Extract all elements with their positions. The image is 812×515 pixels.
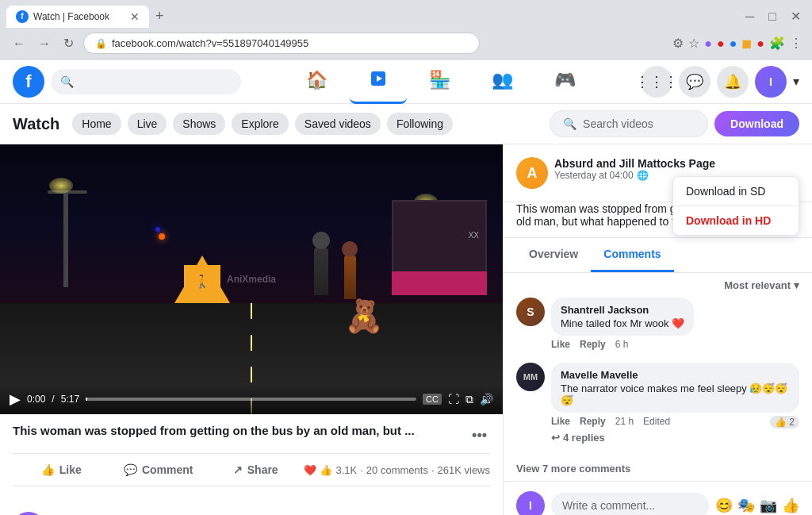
media-icon[interactable]: 📷 bbox=[760, 497, 777, 514]
account-menu-btn[interactable]: ▾ bbox=[793, 74, 799, 89]
extension-1-icon[interactable]: ● bbox=[704, 37, 712, 51]
back-button[interactable]: ← bbox=[10, 35, 29, 52]
forward-button[interactable]: → bbox=[35, 35, 54, 52]
like-count: 3.1K bbox=[335, 464, 357, 476]
watch-title: Watch bbox=[13, 115, 59, 133]
poster-name-main[interactable]: Absurd bbox=[554, 157, 593, 170]
download-hd-option[interactable]: Download in HD bbox=[673, 206, 799, 235]
edited-label: Edited bbox=[643, 416, 670, 429]
video-container[interactable]: 🚶 🧸 XX AniXmedia ▶ 0 bbox=[0, 144, 503, 414]
nav-live-btn[interactable]: Live bbox=[128, 113, 167, 135]
comment-time-1: 6 h bbox=[615, 339, 629, 350]
like-react-icon: 👍 bbox=[320, 464, 332, 476]
window-close[interactable]: ✕ bbox=[786, 6, 806, 27]
poster-name-secondary[interactable]: Jill Mattocks Page bbox=[619, 157, 715, 170]
cc-button[interactable]: CC bbox=[423, 394, 442, 405]
address-bar[interactable]: 🔒 facebook.com/watch?v=551897040149955 bbox=[83, 33, 480, 54]
tab-close-btn[interactable]: ✕ bbox=[130, 10, 140, 23]
poster-name: Absurd and Jill Mattocks Page bbox=[554, 157, 799, 170]
download-button[interactable]: Download bbox=[714, 111, 799, 136]
extensions-icon[interactable]: ⚙ bbox=[672, 36, 684, 51]
nav-groups[interactable]: 👥 bbox=[473, 60, 532, 104]
heart-icon: ❤️ bbox=[304, 464, 316, 476]
extension-5-icon[interactable]: ● bbox=[756, 37, 764, 51]
nav-gaming[interactable]: 🎮 bbox=[535, 60, 595, 104]
reply-arrow-icon: ↩ bbox=[551, 432, 560, 444]
poster-avatar-letter: A bbox=[527, 165, 538, 182]
notifications-button[interactable]: 🔔 bbox=[717, 66, 749, 98]
download-sd-option[interactable]: Download in SD bbox=[673, 177, 799, 206]
refresh-button[interactable]: ↻ bbox=[60, 34, 77, 52]
write-avatar: I bbox=[516, 491, 545, 515]
extension-2-icon[interactable]: ● bbox=[717, 37, 725, 51]
fb-logo-letter: f bbox=[25, 71, 31, 92]
comment-like-btn-1[interactable]: Like bbox=[551, 339, 570, 350]
puzzle-icon[interactable]: 🧩 bbox=[769, 36, 785, 51]
comment-reply-btn-2[interactable]: Reply bbox=[580, 416, 606, 429]
more-options-button[interactable]: ••• bbox=[469, 424, 490, 447]
comments-list: S Shantrell Jackson Mine tailed fox Mr w… bbox=[504, 298, 812, 444]
fullscreen-button[interactable]: ⛶ bbox=[448, 393, 459, 405]
write-comment-input[interactable]: Write a comment... bbox=[551, 493, 709, 515]
nav-marketplace[interactable]: 🏪 bbox=[410, 60, 469, 104]
comment-bubble-1: Shantrell Jackson Mine tailed fox Mr woo… bbox=[551, 298, 694, 336]
comment-author-2[interactable]: Mavelle Mavelle bbox=[561, 369, 790, 381]
play-button[interactable]: ▶ bbox=[10, 390, 21, 408]
view-more-comments[interactable]: View 7 more comments bbox=[504, 456, 812, 481]
tab-overview[interactable]: Overview bbox=[516, 238, 591, 272]
nav-shows-btn[interactable]: Shows bbox=[173, 113, 225, 135]
video-progress-bar[interactable] bbox=[86, 398, 416, 401]
separator2: · bbox=[431, 464, 435, 476]
apps-button[interactable]: ⋮⋮⋮ bbox=[641, 66, 672, 98]
fb-logo[interactable]: f bbox=[13, 66, 44, 98]
replies-toggle[interactable]: ↩ 4 replies bbox=[551, 432, 799, 444]
fb-header-actions: ⋮⋮⋮ 💬 🔔 I ▾ bbox=[641, 66, 799, 98]
messenger-button[interactable]: 💬 bbox=[679, 66, 710, 98]
comments-count: 20 comments bbox=[366, 464, 428, 476]
nav-explore-btn[interactable]: Explore bbox=[232, 113, 288, 135]
share-action-btn[interactable]: ↗ Share bbox=[207, 457, 304, 482]
commenter-avatar: I bbox=[13, 512, 44, 515]
share-icon: ↗ bbox=[233, 463, 243, 476]
nav-home-btn[interactable]: Home bbox=[72, 113, 121, 135]
comment-action-btn[interactable]: 💬 Comment bbox=[109, 457, 206, 482]
nav-saved-btn[interactable]: Saved videos bbox=[295, 113, 381, 135]
gif-icon[interactable]: 🎭 bbox=[737, 497, 755, 514]
comment-content-2: Mavelle Mavelle The narrator voice makes… bbox=[551, 363, 799, 444]
post-header: A Absurd and Jill Mattocks Page Yesterda… bbox=[504, 144, 812, 202]
menu-icon[interactable]: ⋮ bbox=[790, 36, 802, 51]
video-title-row: This woman was stopped from getting on t… bbox=[13, 424, 490, 447]
tab-comments[interactable]: Comments bbox=[591, 238, 673, 272]
new-tab-button[interactable]: + bbox=[149, 5, 170, 28]
bookmark-icon[interactable]: ☆ bbox=[688, 36, 699, 51]
comment-actions-2: Like Reply 21 h Edited 👍 2 bbox=[551, 416, 799, 429]
comment-author-1[interactable]: Shantrell Jackson bbox=[561, 304, 684, 316]
tab-title: Watch | Facebook bbox=[33, 11, 125, 22]
fb-search-box[interactable]: 🔍 bbox=[51, 69, 241, 94]
volume-button[interactable]: 🔊 bbox=[480, 393, 493, 405]
window-maximize[interactable]: □ bbox=[764, 6, 781, 27]
sticker-icon[interactable]: 😊 bbox=[715, 497, 733, 514]
comment-avatar-2: MM bbox=[516, 363, 545, 391]
video-panel: 🚶 🧸 XX AniXmedia ▶ 0 bbox=[0, 144, 504, 515]
like-action-btn[interactable]: 👍 Like bbox=[13, 457, 109, 482]
nav-home[interactable]: 🏠 bbox=[287, 60, 347, 104]
extension-3-icon[interactable]: ● bbox=[730, 37, 737, 51]
thumbs-icon[interactable]: 👍 bbox=[782, 497, 799, 514]
extension-4-icon[interactable]: ◼ bbox=[741, 36, 752, 51]
comment-time-2: 21 h bbox=[615, 416, 634, 429]
comment-reply-btn-1[interactable]: Reply bbox=[580, 339, 606, 350]
pip-button[interactable]: ⧉ bbox=[465, 393, 473, 406]
nav-watch[interactable] bbox=[350, 60, 407, 104]
nav-following-btn[interactable]: Following bbox=[387, 113, 453, 135]
browser-tab[interactable]: f Watch | Facebook ✕ bbox=[6, 6, 149, 28]
comment-section-preview: I Indu · Follow 11 December at 15:30 bbox=[0, 502, 503, 515]
watch-search-area: 🔍 Search videos Download bbox=[550, 110, 799, 137]
watch-search-box[interactable]: 🔍 Search videos bbox=[550, 110, 708, 137]
sort-button[interactable]: Most relevant ▾ bbox=[724, 279, 799, 291]
window-minimize[interactable]: ─ bbox=[741, 6, 759, 27]
comment-bubble-2: Mavelle Mavelle The narrator voice makes… bbox=[551, 363, 799, 413]
comment-like-btn-2[interactable]: Like bbox=[551, 416, 570, 429]
video-controls: ▶ 0:00 / 5:17 CC ⛶ ⧉ 🔊 bbox=[0, 384, 503, 414]
user-avatar[interactable]: I bbox=[755, 66, 787, 98]
